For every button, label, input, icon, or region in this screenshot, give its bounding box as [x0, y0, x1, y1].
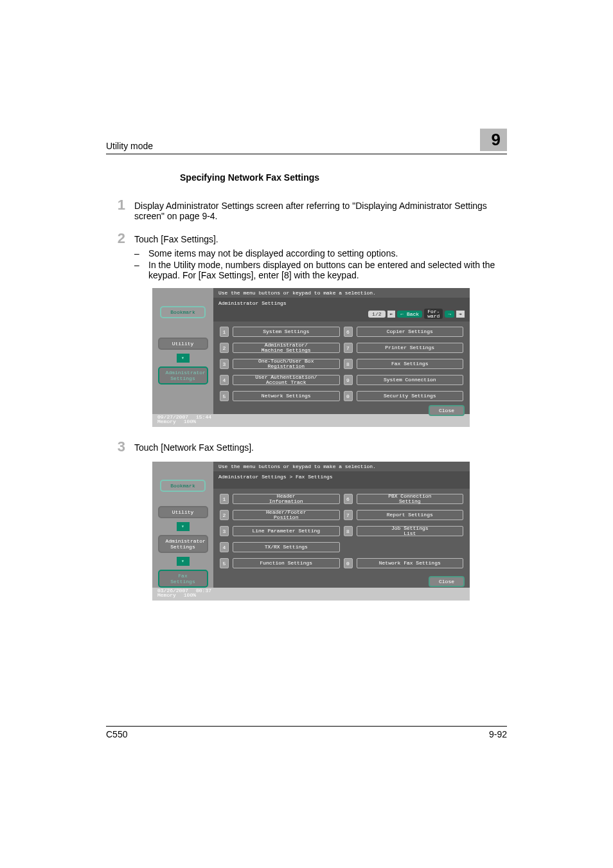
ss1-hint: Use the menu buttons or keypad to make a…	[213, 288, 470, 298]
step-1-text: Display Administrator Settings screen af…	[132, 197, 507, 221]
pbx-connection-button[interactable]: PBX Connection Setting	[357, 494, 464, 504]
forward-arrow-icon[interactable]: ↠	[456, 311, 465, 318]
step-1-number: 1	[106, 197, 132, 213]
ss2-breadcrumb: Administrator Settings > Fax Settings	[218, 474, 465, 480]
back-arrow-icon[interactable]: ↞	[387, 311, 396, 318]
ss2-hint: Use the menu buttons or keypad to make a…	[213, 462, 470, 471]
opt-num-9[interactable]: 9	[344, 375, 353, 385]
ss2-memory-pct: 100%	[184, 592, 196, 598]
system-settings-button[interactable]: System Settings	[233, 327, 340, 337]
opt-num-0[interactable]: 0	[344, 391, 353, 401]
opt-num-1[interactable]: 1	[220, 327, 229, 337]
header-info-button[interactable]: Header Information	[233, 494, 340, 504]
bookmark-tab[interactable]: Bookmark	[160, 306, 205, 318]
header-footer-position-button[interactable]: Header/Footer Position	[233, 510, 340, 520]
footer-page-number: 9-92	[489, 729, 507, 739]
ss2-time: 00:37	[196, 588, 211, 593]
step-2-number: 2	[106, 230, 132, 247]
opt-num-7[interactable]: 7	[344, 510, 353, 520]
opt-num-8[interactable]: 8	[344, 526, 353, 536]
page-header: Utility mode 9	[106, 129, 507, 154]
opt-num-6[interactable]: 6	[344, 494, 353, 504]
chapter-number: 9	[480, 129, 507, 151]
step-3-number: 3	[106, 439, 132, 455]
header-utility-mode: Utility mode	[106, 141, 153, 151]
copier-settings-button[interactable]: Copier Settings	[357, 327, 464, 337]
ss2-sidebar: Bookmark Utility ▾ Administrator Setting…	[152, 462, 213, 588]
function-settings-button[interactable]: Function Settings	[233, 558, 340, 568]
step-1: 1 Display Administrator Settings screen …	[106, 197, 507, 221]
step-3-text: Touch [Network Fax Settings].	[132, 439, 507, 453]
screenshot-fax-settings: Bookmark Utility ▾ Administrator Setting…	[152, 462, 470, 601]
user-auth-button[interactable]: User Authentication/ Account Track	[233, 375, 340, 385]
job-settings-list-button[interactable]: Job Settings List	[357, 526, 464, 536]
pager: 1/2	[368, 311, 385, 318]
down-arrow-icon: ▾	[177, 522, 190, 531]
network-fax-settings-button[interactable]: Network Fax Settings	[357, 558, 464, 568]
ss1-time: 15:44	[196, 414, 211, 420]
admin-machine-settings-button[interactable]: Administrator/ Machine Settings	[233, 343, 340, 353]
onetouch-userbox-button[interactable]: One-Touch/User Box Registration	[233, 359, 340, 369]
admin-settings-button[interactable]: Administrator Settings	[158, 366, 208, 384]
printer-settings-button[interactable]: Printer Settings	[357, 343, 464, 353]
section-title: Specifying Network Fax Settings	[180, 172, 507, 183]
opt-num-7[interactable]: 7	[344, 343, 353, 353]
opt-num-6[interactable]: 6	[344, 327, 353, 337]
screenshot-admin-settings: Bookmark Utility ▾ Administrator Setting…	[152, 288, 470, 427]
forward-label: For- ward	[424, 309, 443, 319]
footer-model: C550	[106, 729, 127, 739]
down-arrow-icon: ▾	[177, 557, 190, 566]
ss1-memory-pct: 100%	[184, 419, 196, 424]
step-2: 2 Touch [Fax Settings]. – Some items may…	[106, 230, 507, 282]
opt-num-5[interactable]: 5	[220, 558, 229, 568]
system-connection-button[interactable]: System Connection	[357, 375, 464, 385]
tx-rx-settings-button[interactable]: TX/RX Settings	[233, 542, 340, 552]
admin-settings-button[interactable]: Administrator Settings	[158, 535, 208, 553]
opt-num-3[interactable]: 3	[220, 526, 229, 536]
fax-settings-button[interactable]: Fax Settings	[357, 359, 464, 369]
line-parameter-button[interactable]: Line Parameter Setting	[233, 526, 340, 536]
opt-num-1[interactable]: 1	[220, 494, 229, 504]
ss1-memory-label: Memory	[157, 419, 176, 424]
utility-button[interactable]: Utility	[158, 338, 208, 350]
ss2-memory-label: Memory	[157, 592, 176, 598]
network-settings-button[interactable]: Network Settings	[233, 391, 340, 401]
ss1-breadcrumb: Administrator Settings	[218, 300, 465, 306]
close-button[interactable]: Close	[429, 576, 465, 587]
forward-button[interactable]: →	[445, 311, 454, 318]
close-button[interactable]: Close	[429, 405, 465, 416]
opt-num-2[interactable]: 2	[220, 343, 229, 353]
bullet-dash: –	[134, 260, 148, 280]
down-arrow-icon: ▾	[177, 354, 190, 363]
step-2-bullet-2: In the Utility mode, numbers displayed o…	[148, 260, 507, 280]
step-2-bullet-1: Some items may not be displayed accordin…	[148, 248, 507, 258]
opt-num-8[interactable]: 8	[344, 359, 353, 369]
opt-num-4[interactable]: 4	[220, 375, 229, 385]
step-3: 3 Touch [Network Fax Settings].	[106, 439, 507, 455]
ss1-sidebar: Bookmark Utility ▾ Administrator Setting…	[152, 288, 213, 414]
step-2-text: Touch [Fax Settings].	[134, 234, 507, 244]
utility-button[interactable]: Utility	[158, 506, 208, 518]
bookmark-tab[interactable]: Bookmark	[160, 480, 205, 492]
opt-num-2[interactable]: 2	[220, 510, 229, 520]
opt-num-4[interactable]: 4	[220, 542, 229, 552]
bullet-dash: –	[134, 248, 148, 258]
fax-settings-nav-button[interactable]: Fax Settings	[158, 570, 208, 588]
report-settings-button[interactable]: Report Settings	[357, 510, 464, 520]
opt-num-0[interactable]: 0	[344, 558, 353, 568]
page-footer: C550 9-92	[106, 726, 507, 739]
opt-num-5[interactable]: 5	[220, 391, 229, 401]
security-settings-button[interactable]: Security Settings	[357, 391, 464, 401]
back-button[interactable]: ← Back	[397, 311, 422, 318]
opt-num-3[interactable]: 3	[220, 359, 229, 369]
